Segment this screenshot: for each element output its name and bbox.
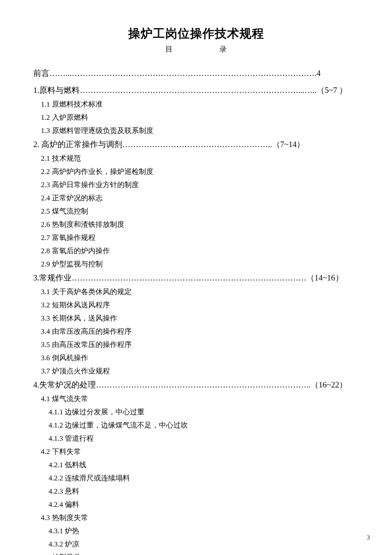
- toc-entry-label: 前言: [33, 69, 49, 78]
- toc-entry: 2.5 煤气流控制: [33, 205, 359, 218]
- toc-entry: 4.1.2 边缘过重，边缘煤气流不足，中心过吹: [33, 419, 359, 432]
- toc-entry-label: 3.3 长期休风，送风操作: [41, 314, 117, 322]
- toc-entry: 4.1.1 边缘过分发展，中心过重: [33, 405, 359, 419]
- toc-entry: 3.7 炉顶点火作业规程: [33, 364, 359, 378]
- toc-entry: 4.失常炉况的处理……………………………………………………………………..（16…: [33, 378, 359, 392]
- toc-entry-label: 1.3 原燃料管理逐级负责及联系制度: [41, 127, 153, 135]
- toc-entry: 4.2.1 低料线: [33, 458, 359, 471]
- toc-entry-label: 1.1 原燃料技术标准: [41, 100, 103, 108]
- toc-entry-label: 1.原料与燃料: [33, 86, 80, 95]
- toc-entry: 3.常规作业……………………………………………………………………………（14~1…: [33, 271, 359, 285]
- toc-entry: 1.1 原燃料技术标准: [33, 98, 359, 111]
- toc-entry-leader: ……...……………………………………………………………………………….: [49, 69, 317, 78]
- toc-entry-label: 2.2 高炉炉内作业长，操炉巡检制度: [41, 168, 153, 176]
- toc-entry-label: 4.失常炉况的处理: [33, 380, 96, 389]
- toc-entry-label: 3.6 倒风机操作: [41, 354, 88, 362]
- toc-entry-label: 2.3 高炉日常操作业方针的制度: [41, 181, 139, 189]
- toc-heading: 目录: [33, 44, 359, 54]
- toc-entry-label: 4.2.3 悬料: [49, 487, 79, 495]
- document-title: 操炉工岗位操作技术规程: [33, 26, 359, 42]
- page-number: 3: [367, 535, 370, 541]
- toc-entry-label: 2.6 热制度和渣铁排放制度: [41, 220, 124, 228]
- toc-entry-label: 2.7 富氧操作规程: [41, 234, 95, 242]
- toc-entry-label: 2. 高炉的正常操作与调剂: [33, 140, 122, 149]
- toc-entry: 4.2.2 连续滑尺或连续塌料: [33, 471, 359, 485]
- toc-entry-label: 4.1.3 管道行程: [49, 434, 94, 442]
- toc-entry-leader: ………………………………………………………………………...…..: [80, 86, 317, 95]
- toc-entry-label: 3.7 炉顶点火作业规程: [41, 367, 110, 375]
- toc-entry-page: （14~16）: [306, 271, 343, 285]
- toc-entry-page: 4: [317, 66, 321, 81]
- toc-entry: 3.1 关于高炉各类休风的规定: [33, 285, 359, 298]
- toc-heading-right: 录: [219, 45, 227, 53]
- toc-entry: 4.2.4 偏料: [33, 498, 359, 511]
- toc-entry-label: 4.3.1 炉热: [49, 527, 79, 535]
- toc-entry: 4.3.1 炉热: [33, 524, 359, 538]
- toc-entry-label: 1.2 入炉原燃料: [41, 113, 88, 121]
- toc-entry: 4.3.2 炉凉: [33, 538, 359, 551]
- toc-heading-left: 目: [165, 45, 173, 53]
- toc-entry-label: 3.4 由常压改高压的操作程序: [41, 327, 132, 335]
- toc-entry-label: 4.2.1 低料线: [49, 461, 86, 469]
- toc-entry: 3.6 倒风机操作: [33, 351, 359, 364]
- toc-entry-label: 4.3 热制度失常: [41, 514, 88, 522]
- toc-entry-label: 4.1.1 边缘过分发展，中心过重: [49, 408, 144, 416]
- toc-entry: 2.6 热制度和渣铁排放制度: [33, 218, 359, 231]
- toc-entry-label: 3.5 由高压改常压的操作程序: [41, 341, 132, 349]
- toc-entry-label: 4.1.2 边缘过重，边缘煤气流不足，中心过吹: [49, 421, 188, 429]
- toc-entry: 2.2 高炉炉内作业长，操炉巡检制度: [33, 165, 359, 178]
- toc-entry-label: 2.8 富氧后的炉内操作: [41, 247, 110, 255]
- toc-entry: 2. 高炉的正常操作与调剂………………………………………………..（7~14）: [33, 137, 359, 152]
- toc-entry-label: 4.1 煤气流失常: [41, 395, 88, 403]
- toc-entry-label: 4.3.2 炉凉: [49, 540, 79, 548]
- toc-entry: 2.4 正常炉况的标志: [33, 191, 359, 205]
- toc-entry: 前言……...……………………………………………………………………………….4: [33, 66, 359, 81]
- toc-entry: 4.4 炉型异常: [33, 551, 359, 555]
- toc-entry-leader: ………………………………………………..: [122, 140, 272, 149]
- toc-entry-label: 3.2 短期休风送风程序: [41, 301, 110, 309]
- toc-entry-label: 4.4 炉型异常: [41, 553, 81, 555]
- toc-entry: 4.1 煤气流失常: [33, 392, 359, 405]
- toc-entry: 3.2 短期休风送风程序: [33, 298, 359, 312]
- toc-entry: 2.7 富氧操作规程: [33, 231, 359, 244]
- toc-entry-label: 2.1 技术规范: [41, 154, 81, 162]
- toc-entry-label: 4.2.2 连续滑尺或连续塌料: [49, 474, 130, 482]
- toc-entry: 1.2 入炉原燃料: [33, 111, 359, 124]
- toc-entry-leader: ……………………………………………………………………………: [72, 273, 306, 282]
- toc-entry: 3.4 由常压改高压的操作程序: [33, 325, 359, 338]
- toc-entry-label: 4.2.4 偏料: [49, 500, 79, 509]
- toc-entry: 1.原料与燃料………………………………………………………………………...…..…: [33, 83, 359, 98]
- toc-entry: 2.8 富氧后的炉内操作: [33, 244, 359, 257]
- toc-entry-leader: ……………………………………………………………………..: [96, 380, 311, 389]
- toc-entry: 2.9 炉型监视与控制: [33, 257, 359, 271]
- toc-entry: 4.2 下料失常: [33, 445, 359, 458]
- toc-entry: 4.3 热制度失常: [33, 511, 359, 524]
- toc-entry-label: 2.4 正常炉况的标志: [41, 194, 103, 202]
- toc-entry-label: 4.2 下料失常: [41, 448, 81, 456]
- toc-entry-page: （5~7 ）: [317, 83, 347, 98]
- toc-entry: 1.3 原燃料管理逐级负责及联系制度: [33, 124, 359, 137]
- toc-entry: 4.1.3 管道行程: [33, 432, 359, 445]
- toc-entry: 4.2.3 悬料: [33, 485, 359, 498]
- toc-entry: 2.3 高炉日常操作业方针的制度: [33, 178, 359, 191]
- toc-entry: 3.5 由高压改常压的操作程序: [33, 338, 359, 351]
- toc-entry-label: 3.常规作业: [33, 273, 72, 282]
- toc-entry: 2.1 技术规范: [33, 152, 359, 165]
- toc-entry: 3.3 长期休风，送风操作: [33, 312, 359, 325]
- toc-entry-label: 2.5 煤气流控制: [41, 207, 88, 215]
- page: 操炉工岗位操作技术规程 目录 前言……...…………………………………………………: [0, 0, 392, 555]
- toc-entry-page: （7~14）: [272, 137, 305, 152]
- toc-entry-page: （16~22）: [311, 378, 347, 392]
- toc-entry-label: 3.1 关于高炉各类休风的规定: [41, 288, 132, 296]
- table-of-contents: 前言……...……………………………………………………………………………….41…: [33, 66, 359, 555]
- toc-entry-label: 2.9 炉型监视与控制: [41, 260, 103, 268]
